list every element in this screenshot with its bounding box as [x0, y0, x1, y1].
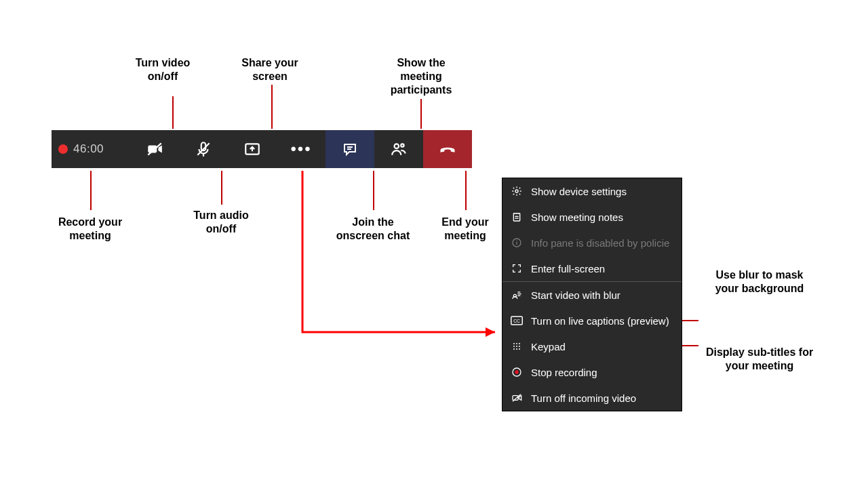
blur-icon	[511, 289, 523, 301]
annotation-line	[271, 85, 273, 129]
annotation-line	[221, 171, 222, 205]
more-actions-menu: Show device settings Show meeting notes …	[502, 178, 682, 411]
ellipsis-icon: •••	[290, 141, 311, 157]
svg-point-9	[401, 144, 403, 146]
svg-point-19	[516, 241, 517, 241]
menu-item-captions[interactable]: CC Turn on live captions (preview)	[502, 308, 682, 333]
participants-button[interactable]	[374, 130, 423, 168]
menu-item-label: Show device settings	[531, 186, 673, 197]
info-icon	[511, 237, 523, 249]
video-off-icon	[146, 140, 163, 158]
share-screen-icon	[243, 140, 261, 158]
callout-chat: Join the onscreen chat	[332, 216, 414, 243]
menu-item-label: Stop recording	[531, 367, 673, 378]
callout-audio: Turn audio on/off	[180, 209, 262, 236]
svg-point-32	[513, 348, 515, 350]
annotation-line	[465, 171, 467, 210]
menu-item-fullscreen[interactable]: Enter full-screen	[502, 256, 682, 281]
menu-item-label: Enter full-screen	[531, 263, 673, 274]
callout-captions: Display sub-titles for your meeting	[705, 346, 814, 373]
mic-off-icon	[195, 140, 212, 158]
menu-item-label: Info pane is disabled by policie	[531, 237, 673, 249]
hang-up-button[interactable]	[423, 130, 472, 168]
svg-point-30	[516, 346, 517, 347]
cc-icon: CC	[511, 314, 523, 327]
annotation-line	[172, 96, 174, 129]
annotation-line	[90, 171, 92, 210]
notes-icon	[511, 211, 523, 223]
menu-item-turn-off-incoming-video[interactable]: Turn off incoming video	[502, 385, 682, 411]
svg-point-36	[515, 370, 518, 373]
svg-point-28	[519, 343, 520, 344]
menu-item-blur[interactable]: Start video with blur	[502, 282, 682, 308]
svg-point-34	[519, 348, 520, 350]
record-dot-icon	[58, 144, 68, 154]
callout-share: Share your screen	[229, 56, 311, 83]
menu-item-stop-recording[interactable]: Stop recording	[502, 359, 682, 385]
menu-item-info-pane: Info pane is disabled by policie	[502, 230, 682, 256]
menu-item-label: Start video with blur	[531, 289, 673, 301]
recording-indicator[interactable]: 46:00	[52, 130, 130, 168]
svg-point-26	[513, 343, 515, 344]
callout-video: Turn video on/off	[122, 56, 203, 83]
menu-item-label: Turn off incoming video	[531, 392, 673, 404]
audio-toggle-button[interactable]	[179, 130, 228, 168]
menu-item-label: Show meeting notes	[531, 211, 673, 223]
menu-item-device-settings[interactable]: Show device settings	[502, 178, 682, 204]
keypad-icon	[511, 340, 523, 352]
video-off-icon	[511, 392, 523, 404]
menu-item-meeting-notes[interactable]: Show meeting notes	[502, 204, 682, 230]
svg-point-29	[513, 346, 515, 347]
callout-record: Record your meeting	[50, 216, 131, 243]
callout-participants: Show the meeting participants	[380, 56, 462, 97]
more-actions-button[interactable]: •••	[277, 130, 326, 168]
svg-point-10	[515, 190, 518, 192]
share-screen-button[interactable]	[228, 130, 277, 168]
chat-button[interactable]	[326, 130, 374, 168]
callout-blur: Use blur to mask your background	[705, 268, 814, 296]
callout-end: End your meeting	[425, 216, 506, 243]
record-icon	[511, 366, 523, 378]
meeting-toolbar: 46:00 •••	[52, 130, 472, 168]
svg-text:CC: CC	[513, 319, 520, 323]
svg-point-8	[395, 144, 399, 148]
svg-rect-11	[513, 214, 519, 221]
recording-time: 46:00	[73, 142, 104, 156]
chat-icon	[342, 141, 358, 157]
fullscreen-icon	[511, 262, 523, 274]
svg-point-33	[516, 348, 517, 350]
gear-icon	[511, 185, 523, 197]
people-icon	[390, 140, 408, 158]
menu-item-keypad[interactable]: Keypad	[502, 333, 682, 359]
video-toggle-button[interactable]	[130, 130, 179, 168]
svg-point-27	[516, 343, 517, 344]
annotation-line	[373, 171, 374, 210]
menu-item-label: Keypad	[531, 341, 673, 352]
menu-item-label: Turn on live captions (preview)	[531, 315, 673, 327]
annotation-line	[420, 99, 422, 129]
svg-point-31	[519, 346, 520, 347]
hang-up-icon	[438, 140, 457, 159]
